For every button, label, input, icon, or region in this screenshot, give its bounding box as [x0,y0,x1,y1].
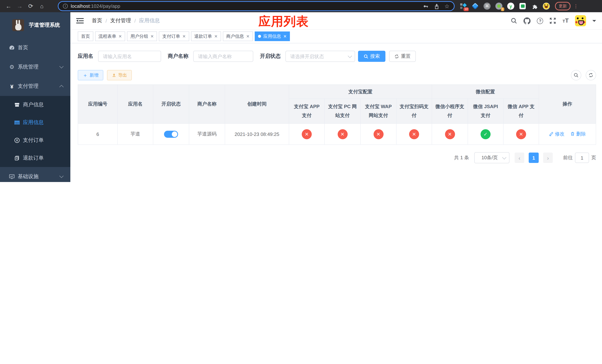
url-text: localhost:1024/pay/app [71,3,120,9]
browser-toolbar: ← → ⟳ ⌂ i localhost:1024/pay/app ☆ 10 [0,0,602,12]
tag-app-info[interactable]: 应用信息✕ [255,32,290,41]
page-size-select[interactable] [474,152,509,163]
extension-chat-icon[interactable] [519,3,526,10]
merchant-name-input[interactable] [193,51,253,62]
col-app-name: 应用名 [118,85,153,124]
col-alipay-qr: 支付宝扫码支付 [396,99,432,124]
tag-process-form[interactable]: 流程表单✕ [95,32,125,41]
page-annotation: 应用列表 [258,13,309,30]
close-icon[interactable]: ✕ [214,34,217,39]
share-icon[interactable] [434,3,439,9]
status-wx-mini-icon: ✕ [445,129,455,139]
close-icon[interactable]: ✕ [182,34,186,39]
shop-icon [14,102,20,108]
close-icon[interactable]: ✕ [283,34,287,39]
col-merchant: 商户名称 [189,85,225,124]
search-button[interactable]: 搜索 [358,51,386,62]
password-key-icon[interactable] [423,3,429,9]
avatar[interactable] [575,15,586,26]
chevron-down-icon [59,64,64,68]
tag-pay-order[interactable]: 支付订单✕ [159,32,189,41]
total-count: 共 1 条 [454,154,469,161]
sidebar-item-pay-order[interactable]: ¥ 支付订单 [0,131,70,149]
sidebar-item-infra[interactable]: 基础设施 [0,167,70,182]
goto-label: 前往 [563,154,573,161]
app-table: 应用编号 应用名 开启状态 商户名称 创建时间 支付宝配置 微信配置 操作 支付… [78,85,596,145]
table-row: 6 芋道 芋道源码 2021-10-23 08:49:25 ✕ ✕ ✕ ✕ ✕ … [78,124,596,145]
logo[interactable]: 芋道管理系统 [0,12,70,38]
add-button[interactable]: ＋ 新增 [78,70,103,80]
next-page-button[interactable]: › [543,152,553,163]
export-button[interactable]: 导出 [107,70,132,80]
svg-text:¥: ¥ [16,139,18,142]
goto-page-input[interactable] [575,152,589,163]
col-group-wechat: 微信配置 [432,85,539,99]
help-icon[interactable]: ? [537,18,543,24]
sidebar-item-payment[interactable]: ¥ 支付管理 [0,77,70,96]
sidebar: 芋道管理系统 首页 ⚙ 系统管理 ¥ 支付管理 [0,12,70,182]
extension-command-icon[interactable]: ⌘ [484,3,491,10]
site-info-icon[interactable]: i [63,4,68,9]
avatar-dropdown-icon[interactable] [592,20,596,23]
back-icon[interactable]: ← [3,3,14,10]
page-suffix: 页 [591,154,596,161]
close-icon[interactable]: ✕ [150,34,154,39]
status-select[interactable] [285,51,355,62]
breadcrumb-home[interactable]: 首页 [92,17,102,24]
toggle-search-button[interactable] [571,70,581,80]
app-name-input[interactable] [98,51,161,62]
close-icon[interactable]: ✕ [118,34,122,39]
breadcrumb-payment[interactable]: 支付管理 [110,17,131,24]
font-size-icon[interactable]: TT [563,18,569,24]
fullscreen-icon[interactable] [550,17,556,24]
tag-merchant-info[interactable]: 商户信息✕ [223,32,253,41]
tag-user-group[interactable]: 用户分组✕ [127,32,157,41]
status-switch[interactable] [164,130,178,138]
cell-created: 2021-10-23 08:49:25 [225,124,289,145]
status-select-input[interactable] [285,51,355,62]
browser-menu-icon[interactable]: ⋮ [573,4,578,9]
pagination: 共 1 条 ‹ 1 › 前往 页 [78,152,596,163]
status-label: 开启状态 [260,53,281,60]
tag-home[interactable]: 首页 [78,32,93,41]
github-icon[interactable] [524,17,531,24]
status-alipay-pc-icon: ✕ [337,129,347,139]
edit-button[interactable]: 修改 [549,131,564,137]
col-wx-jsapi: 微信 JSAPI 支付 [468,99,503,124]
chevron-down-icon [59,174,64,178]
sidebar-item-home[interactable]: 首页 [0,38,70,57]
extension-proxy-icon[interactable]: 1 [495,3,502,10]
col-wx-app: 微信 APP 支付 [503,99,539,124]
sidebar-item-system[interactable]: ⚙ 系统管理 [0,57,70,77]
home-icon[interactable]: ⌂ [36,3,47,9]
page-number[interactable]: 1 [529,152,539,163]
reset-button[interactable]: 重置 [389,51,416,62]
search-icon[interactable] [511,17,517,24]
col-alipay-app: 支付宝 APP 支付 [289,99,324,124]
browser-update-button[interactable]: 更新 [555,2,570,10]
reload-icon[interactable]: ⟳ [25,3,36,10]
page-size-value[interactable] [474,152,509,163]
tag-refund-order[interactable]: 退款订单✕ [191,32,221,41]
extension-tampermonkey-icon[interactable]: 10 [460,3,467,10]
refresh-button[interactable] [586,70,596,80]
extension-y-icon[interactable]: y [507,3,514,10]
sidebar-item-merchant-info[interactable]: 商户信息 [0,96,70,114]
forward-icon[interactable]: → [14,3,25,10]
col-alipay-pc: 支付宝 PC 网站支付 [324,99,360,124]
prev-page-button[interactable]: ‹ [515,152,524,163]
close-icon[interactable]: ✕ [246,34,249,39]
sidebar-item-app-info[interactable]: 应用信息 [0,114,70,131]
app-title: 芋道管理系统 [29,22,60,29]
extension-emoji-icon[interactable] [543,3,550,10]
status-alipay-wap-icon: ✕ [373,129,383,139]
sidebar-item-refund-order[interactable]: 退款订单 [0,149,70,167]
extension-gem-icon[interactable] [472,3,479,10]
address-bar[interactable]: i localhost:1024/pay/app ☆ [58,1,455,11]
extension-badge: 1 [501,7,504,11]
table-toolbar: ＋ 新增 导出 [78,70,596,80]
delete-button[interactable]: 删除 [570,131,586,137]
sidebar-toggle-icon[interactable] [76,18,84,24]
extension-puzzle-icon[interactable] [531,3,538,10]
bookmark-star-icon[interactable]: ☆ [444,3,450,10]
